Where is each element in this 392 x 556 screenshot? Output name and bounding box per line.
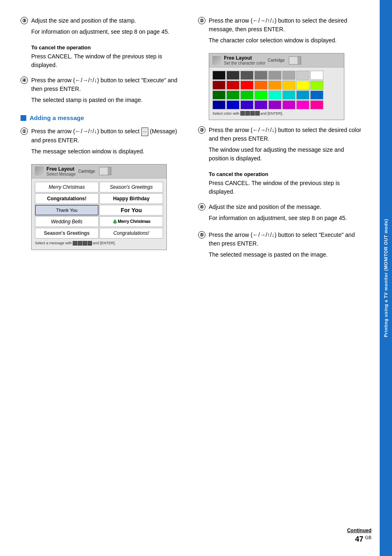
fl-cartridge-icon — [99, 167, 111, 175]
color-cell-dk-blue[interactable] — [212, 100, 226, 109]
color-cell-gray2[interactable] — [254, 71, 267, 80]
color-cell-gray3[interactable] — [268, 71, 281, 80]
msg-merry-christmas-2[interactable]: 🎄Merry Christmas — [99, 216, 163, 227]
fl-body-message: Merry Christmas Season's Greetings Congr… — [32, 178, 166, 250]
step-3-color-sub: The window used for adjusting the messag… — [209, 146, 363, 163]
page-footer: Continued 47 GB — [347, 528, 371, 544]
color-cell-green3[interactable] — [254, 90, 267, 100]
color-cell-lt-green[interactable] — [310, 81, 323, 90]
fl-footer-text2: and [ENTER]. — [93, 241, 116, 245]
step-4-stamp-sub: The selected stamp is pasted on the imag… — [31, 96, 186, 104]
step-3-stamp: ③ Adjust the size and position of the st… — [21, 16, 186, 36]
message-grid: Merry Christmas Season's Greetings Congr… — [35, 182, 163, 239]
page-number: 47 GB — [355, 535, 371, 544]
msg-seasons-greetings[interactable]: Season's Greetings — [99, 182, 163, 192]
step-5-execute-text: Press the arrow (←/→/↑/↓) button to sele… — [209, 231, 363, 248]
message-icon-box: ··· — [141, 127, 148, 136]
cancel-heading-2: To cancel the operation — [209, 171, 363, 177]
color-cell-magenta1[interactable] — [282, 100, 295, 109]
step-4-adjust-text: Adjust the size and position of the mess… — [209, 203, 363, 211]
color-cell-white[interactable] — [310, 71, 323, 80]
step-3-stamp-sub: For information on adjustment, see step … — [31, 28, 186, 36]
fl-title-color: Free Layout Set the character color — [224, 55, 265, 65]
fl-title-main: Free Layout — [46, 166, 76, 172]
color-cell-lt-blue[interactable] — [296, 90, 309, 100]
color-cell-pink[interactable] — [310, 100, 323, 109]
fl-color-footer-text2: and [ENTER]. — [261, 111, 284, 116]
color-cell-red2[interactable] — [240, 81, 254, 90]
msg-congratulations[interactable]: Congratulations! — [35, 193, 99, 204]
msg-happy-birthday[interactable]: Happy Birthday — [99, 193, 163, 204]
step-4-stamp: ④ Press the arrow (←/→/↑/↓) button to se… — [21, 76, 186, 104]
color-cell-gray1[interactable] — [240, 71, 254, 80]
color-cell-purple[interactable] — [268, 100, 281, 109]
color-cell-lt-gray1[interactable] — [282, 71, 295, 80]
color-cell-lt-gray2[interactable] — [296, 71, 309, 80]
msg-wedding-bells[interactable]: Wedding Bells — [35, 216, 99, 227]
color-cell-dk-red[interactable] — [212, 81, 226, 90]
step-num-2-message: ② — [198, 17, 205, 24]
color-footer-btn-3 — [250, 111, 255, 116]
section-heading-adding-message: Adding a message — [21, 114, 186, 121]
step-1-message-text: Press the arrow (←/→/↑/↓) button to sele… — [31, 127, 186, 145]
step-4-adjust-sub: For information on adjustment, see step … — [209, 214, 363, 222]
color-cell-blue2[interactable] — [226, 100, 240, 109]
color-cell-black[interactable] — [212, 71, 226, 80]
color-row-4 — [212, 100, 341, 109]
freelayout-titlebar-message: Free Layout Select Message Cartridge — [32, 164, 166, 178]
color-cell-violet[interactable] — [254, 100, 267, 109]
section-square-icon — [21, 115, 26, 121]
color-footer-btn-2 — [245, 111, 250, 116]
cancel-block-2: To cancel the operation Press CANCEL. Th… — [209, 171, 363, 196]
color-cell-cyan2[interactable] — [282, 90, 295, 100]
freelayout-window-color: Free Layout Set the character color Cart… — [209, 53, 344, 120]
page-num-value: 47 — [355, 535, 363, 543]
color-cell-green1[interactable] — [226, 90, 240, 100]
fl-title-sub: Select Message — [46, 172, 76, 176]
fl-color-body: Select color with and [ENTER]. — [209, 67, 344, 120]
msg-seasons-greetings-2[interactable]: Season's Greetings — [35, 228, 99, 239]
color-footer-btn-1 — [240, 111, 245, 116]
step-1-message: ① Press the arrow (←/→/↑/↓) button to se… — [21, 127, 186, 156]
step-5-execute-sub: The selected message is pasted on the im… — [209, 250, 363, 259]
sidebar-tab-text: Printing using a TV monitor (MONITOR OUT… — [383, 219, 388, 337]
color-footer-btn-4 — [255, 111, 260, 116]
msg-thank-you[interactable]: Thank You — [35, 205, 99, 215]
color-cell-magenta2[interactable] — [296, 100, 309, 109]
color-cell-green2[interactable] — [240, 90, 254, 100]
color-cell-red1[interactable] — [226, 81, 240, 90]
color-cell-orange[interactable] — [254, 81, 267, 90]
color-cell-cyan1[interactable] — [268, 90, 281, 100]
section-heading-text: Adding a message — [30, 114, 84, 121]
fl-footer-message: Select a message with and [ENTER]. — [35, 240, 163, 246]
fl-color-title-sub: Set the character color — [224, 61, 265, 65]
color-cell-yellow2[interactable] — [296, 81, 309, 90]
step-num-4-adjust: ④ — [198, 203, 205, 211]
step-num-4-stamp: ④ — [21, 76, 28, 84]
step-num-3-color: ③ — [198, 126, 205, 134]
fl-color-footer-text: Select color with — [212, 111, 240, 116]
color-cell-dk-gray[interactable] — [226, 71, 240, 80]
color-cell-lt-orange[interactable] — [268, 81, 281, 90]
fl-color-cartridge-icon — [289, 56, 301, 65]
msg-merry-christmas[interactable]: Merry Christmas — [35, 182, 99, 192]
footer-btn-up — [83, 241, 87, 246]
msg-for-you[interactable]: For You — [99, 205, 163, 215]
freelayout-window-message: Free Layout Select Message Cartridge Mer… — [31, 164, 167, 250]
color-cell-blue1[interactable] — [310, 90, 323, 100]
color-footer-btn-icons — [240, 111, 260, 116]
footer-btn-down — [88, 241, 92, 246]
step-3-color-text: Press the arrow (←/→/↑/↓) button to sele… — [209, 126, 363, 143]
color-cell-yellow1[interactable] — [282, 81, 295, 90]
sidebar-tab: Printing using a TV monitor (MONITOR OUT… — [380, 0, 392, 556]
cancel-heading-1: To cancel the operation — [31, 44, 186, 51]
footer-btn-left — [73, 241, 77, 246]
step-1-message-sub: The message selection window is displaye… — [31, 147, 186, 156]
page-suffix: GB — [365, 535, 371, 540]
color-cell-indigo[interactable] — [240, 100, 254, 109]
fl-color-title-main: Free Layout — [224, 55, 265, 61]
fl-icon-message — [35, 167, 44, 176]
color-cell-dk-green[interactable] — [212, 90, 226, 100]
color-row-2 — [212, 81, 341, 90]
msg-congratulations-2[interactable]: Congratulations! — [99, 228, 163, 239]
